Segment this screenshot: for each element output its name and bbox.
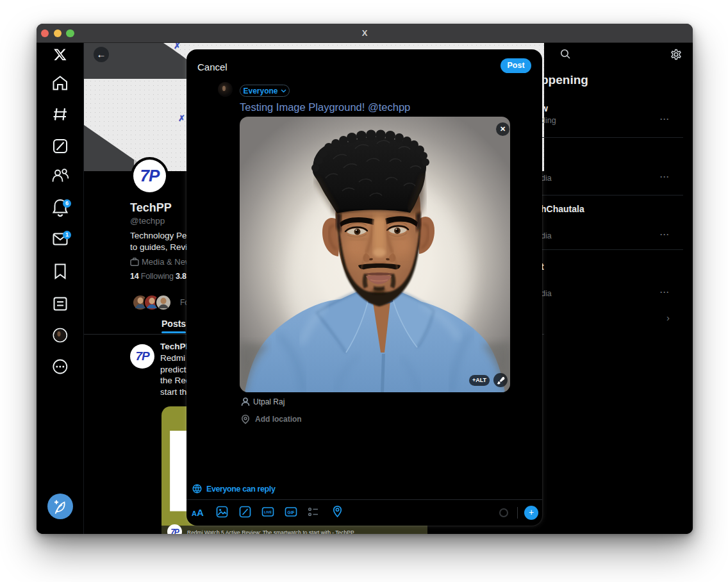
svg-text:LIVE: LIVE: [264, 510, 272, 514]
svg-text:GIF: GIF: [288, 510, 295, 515]
